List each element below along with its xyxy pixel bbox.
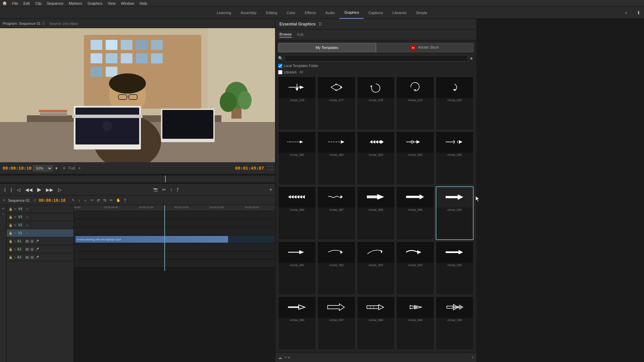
camera-btn[interactable]: 📷 (152, 187, 159, 192)
track-vis-a3[interactable]: S (14, 256, 16, 259)
tl-tool-ripple[interactable]: ↕ (77, 198, 81, 203)
template-arrow-098[interactable]: Arrow_098 (357, 296, 395, 350)
track-audio-a3[interactable]: 🎤 (35, 256, 39, 259)
template-arrow-091[interactable]: Arrow_091 (278, 241, 316, 295)
libraries-checkbox[interactable] (278, 70, 282, 74)
track-row-v2[interactable] (74, 227, 275, 235)
tl-tool-pen[interactable]: ✏ (109, 198, 114, 203)
template-arrow-096[interactable]: Arrow_096 (278, 296, 316, 350)
track-sync-v1[interactable]: S (26, 232, 28, 235)
eg-tab-edit[interactable]: Edit (297, 33, 304, 37)
local-templates-checkbox[interactable] (278, 64, 282, 68)
track-lock-v3[interactable]: 🔒 (9, 216, 12, 219)
track-vis-a2[interactable]: S (14, 248, 16, 251)
favorites-star-icon[interactable]: ★ (469, 56, 474, 61)
track-lock-v4[interactable]: 🔒 (9, 207, 12, 211)
template-arrow-076[interactable]: Arrow_076 (278, 76, 316, 130)
play-backward-btn[interactable]: ◀◀ (24, 186, 34, 193)
template-arrow-094[interactable]: Arrow_094 (396, 241, 434, 295)
track-mute-a3[interactable]: M (25, 256, 29, 259)
template-arrow-084[interactable]: Arrow_084 (396, 131, 434, 185)
ws-tab-graphics[interactable]: Graphics (339, 7, 364, 19)
template-arrow-085[interactable]: Arrow_085 (436, 131, 474, 185)
timecode-right[interactable]: 00:01:49:07 (235, 166, 264, 171)
ws-tab-captions[interactable]: Captions (364, 7, 387, 19)
my-templates-btn[interactable]: My Templates (278, 43, 376, 52)
timecode-left[interactable]: 00:00:10:10 (3, 166, 32, 171)
ws-tab-assembly[interactable]: Assembly (236, 7, 261, 19)
extract-btn[interactable]: ⤴ (175, 186, 180, 193)
template-arrow-087[interactable]: Arrow_087 (317, 186, 355, 240)
home-icon[interactable]: 🏠 (1, 0, 8, 7)
track-row-v3[interactable] (74, 219, 275, 227)
menu-edit[interactable]: Edit (21, 1, 33, 5)
template-arrow-079[interactable]: Arrow_079 (396, 76, 434, 130)
template-arrow-099[interactable]: Arrow_099 (396, 296, 434, 350)
adobe-stock-btn[interactable]: Ai Adobe Stock (376, 43, 474, 52)
template-arrow-092[interactable]: Arrow_092 (317, 241, 355, 295)
cloud-sync-icon[interactable]: ☁ (278, 355, 282, 360)
menu-graphics[interactable]: Graphics (85, 1, 105, 5)
ws-tab-audio[interactable]: Audio (321, 7, 339, 19)
tl-tool-hand[interactable]: ✋ (115, 198, 122, 203)
menu-help[interactable]: Help (137, 1, 150, 5)
track-lock-v1[interactable]: 🔒 (9, 232, 12, 235)
template-arrow-095[interactable]: Arrow_095 (436, 241, 474, 295)
libraries-filter[interactable]: Libraries (278, 70, 297, 74)
zoom-dropdown-btn[interactable]: ▾ (54, 165, 59, 171)
track-vis-v1[interactable]: 👁 (14, 232, 17, 235)
monitor-title-menu[interactable]: ☰ (42, 21, 45, 25)
template-arrow-100[interactable]: Arrow_100 (436, 296, 474, 350)
template-arrow-082[interactable]: Arrow_082 (317, 131, 355, 185)
tl-tool-razor[interactable]: ✂ (90, 198, 95, 203)
track-vis-v2[interactable]: 👁 (14, 224, 17, 227)
local-templates-filter[interactable]: Local Templates Folder (278, 64, 318, 68)
track-vis-a1[interactable]: S (14, 240, 16, 243)
tl-zoom-out[interactable]: − (2, 212, 4, 216)
track-sync-v2[interactable]: S (26, 224, 28, 227)
track-lock-a2[interactable]: 🔒 (9, 248, 12, 251)
template-arrow-097[interactable]: Arrow_097 (317, 296, 355, 350)
stop-btn[interactable]: ▶ (36, 186, 43, 193)
scrubber-track[interactable] (0, 176, 275, 182)
track-vis-v3[interactable]: 👁 (14, 216, 17, 219)
template-arrow-080[interactable]: Arrow_080 (436, 76, 474, 130)
track-lock-a3[interactable]: 🔒 (9, 256, 12, 259)
template-arrow-077[interactable]: Arrow_077 (317, 76, 355, 130)
track-lock-a1[interactable]: 🔒 (9, 240, 12, 243)
template-arrow-078[interactable]: Arrow_078 (357, 76, 395, 130)
track-mute-a1[interactable]: M (25, 240, 29, 243)
template-arrow-088[interactable]: Arrow_088 (357, 186, 395, 240)
track-row-v1[interactable]: a-man-working-with-two-laptops.mp4 (74, 235, 275, 243)
tl-tool-select[interactable]: ↖ (71, 198, 76, 203)
tl-tool-slip[interactable]: ⇄ (96, 198, 101, 203)
ws-tab-simple[interactable]: Simple (411, 7, 432, 19)
tl-zoom-in[interactable]: + (2, 206, 4, 210)
tl-tool-rolling[interactable]: ↔ (83, 198, 88, 203)
ws-tab-effects[interactable]: Effects (300, 7, 321, 19)
export-icon[interactable]: ⬆ (637, 10, 641, 15)
track-audio-a2[interactable]: 🎤 (35, 248, 39, 251)
menu-view[interactable]: View (105, 1, 118, 5)
template-arrow-086[interactable]: Arrow_086 (278, 186, 316, 240)
monitor-progress-bar[interactable] (0, 174, 275, 184)
video-clip[interactable]: a-man-working-with-two-laptops.mp4 (75, 236, 228, 243)
add-track-btn[interactable]: + (269, 187, 272, 193)
fullscreen-btn[interactable]: ⛶ (268, 166, 272, 171)
track-lock-v2[interactable]: 🔒 (9, 224, 12, 227)
search-input[interactable] (284, 55, 468, 62)
template-arrow-093[interactable]: Arrow_093 (357, 241, 395, 295)
timeline-content[interactable]: 00:00 00:00:05:00 00:00:10:00 00:00:15:0… (74, 205, 275, 362)
step-back-btn[interactable]: ◁ (15, 186, 22, 193)
ws-tab-learning[interactable]: Learning (212, 7, 236, 19)
track-row-a2[interactable] (74, 251, 275, 259)
add-template-btn[interactable]: + (472, 356, 474, 359)
track-sync-v4[interactable]: S (26, 207, 28, 211)
eg-menu-icon[interactable]: ☰ (318, 22, 322, 26)
grid-options-chevron[interactable]: ▾ (288, 356, 290, 359)
tl-tool-text[interactable]: T (123, 198, 127, 203)
expand-workspaces-icon[interactable]: » (625, 10, 627, 15)
template-arrow-081[interactable]: Arrow_081 (278, 131, 316, 185)
mark-in-btn[interactable]: ⟨ (3, 186, 7, 193)
menu-sequence[interactable]: Sequence (44, 1, 66, 5)
